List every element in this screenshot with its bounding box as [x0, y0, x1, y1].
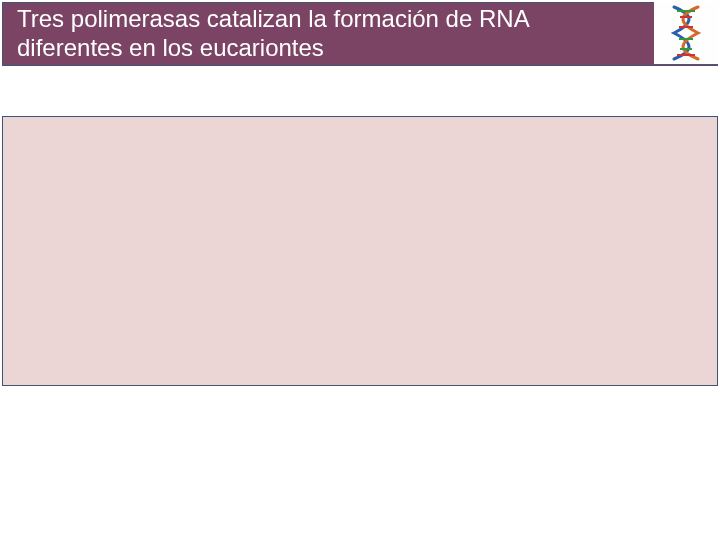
slide-header: Tres polimerasas catalizan la formación …	[2, 2, 718, 66]
slide-body-placeholder	[2, 116, 718, 386]
dna-helix-icon	[654, 2, 718, 64]
slide-title-line1: Tres polimerasas catalizan la formación …	[17, 5, 530, 32]
slide-title-line2: diferentes en los eucariontes	[17, 34, 324, 61]
slide-title: Tres polimerasas catalizan la formación …	[3, 5, 530, 63]
